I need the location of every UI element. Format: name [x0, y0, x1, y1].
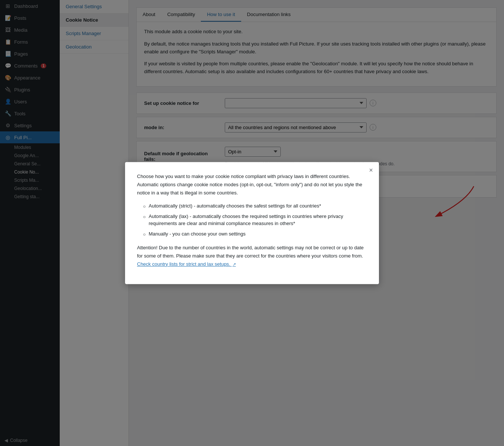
modal-close-button[interactable]: ×	[369, 166, 373, 174]
external-link-icon: ↗	[233, 262, 236, 266]
modal-link[interactable]: Check country lists for strict and lax s…	[137, 261, 236, 267]
modal-option-2: Automatically (lax) - automatically choo…	[143, 213, 367, 227]
modal-attention-text: Attention! Due to the number of countrie…	[137, 244, 367, 268]
modal-option-1: Automatically (strict) - automatically c…	[143, 202, 367, 210]
modal-option-3: Manually - you can choose your own setti…	[143, 230, 367, 238]
modal-options-list: Automatically (strict) - automatically c…	[143, 202, 367, 238]
info-modal: × Choose how you want to make your cooki…	[125, 162, 379, 284]
modal-intro-text: Choose how you want to make your cookie …	[137, 172, 367, 197]
